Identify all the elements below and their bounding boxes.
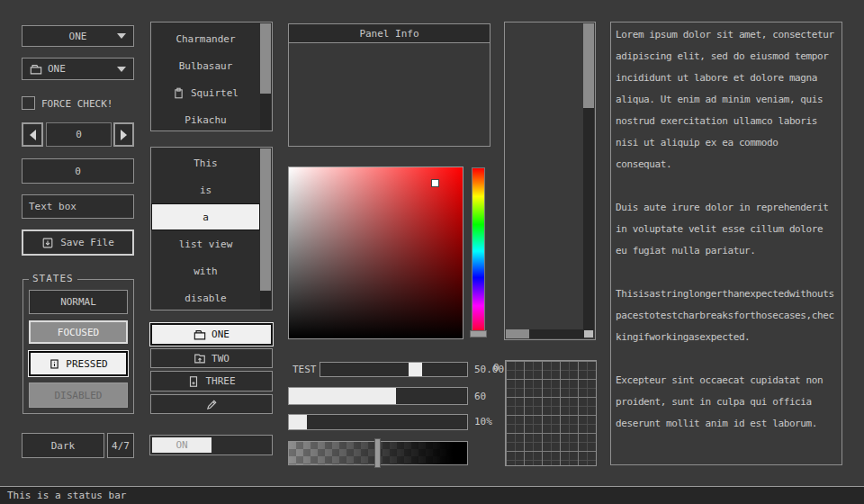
hue-slider-thumb[interactable]: [470, 330, 487, 338]
save-file-button[interactable]: Save File: [22, 230, 134, 256]
test-slider-label: TEST: [292, 364, 317, 375]
paragraph: Lorem ipsum dolor sit amet, consectetur …: [616, 24, 837, 176]
number-field-value: 0: [75, 166, 81, 177]
force-checkbox[interactable]: [22, 96, 35, 110]
on-off-toggle[interactable]: ON: [149, 435, 273, 455]
text-box-input[interactable]: Text box: [22, 194, 134, 219]
list-item[interactable]: Bulbasaur: [151, 52, 260, 79]
focused-state-button[interactable]: FOCUSED: [29, 320, 128, 344]
scrollbar-thumb[interactable]: [260, 23, 271, 94]
scrollbar-thumb[interactable]: [260, 148, 271, 291]
scroll-panel-hscrollbar[interactable]: [506, 329, 584, 338]
force-checkbox-label: FORCE CHECK!: [41, 98, 112, 110]
spinner-value-field[interactable]: 0: [46, 122, 112, 147]
file-button-label: THREE: [205, 375, 235, 387]
states-group-title: STATES: [29, 273, 77, 284]
list-item-label: a: [202, 212, 209, 223]
spinner-increment-button[interactable]: [113, 122, 134, 147]
hue-slider[interactable]: [472, 167, 485, 335]
paragraph: Duis aute irure dolor in reprehenderit i…: [616, 197, 837, 262]
color-marker[interactable]: [431, 179, 439, 187]
toggle-label: ON: [176, 439, 187, 451]
filled-slider-fill: [289, 388, 396, 404]
test-slider-value: 50.00: [474, 364, 504, 375]
chevron-down-icon: [117, 67, 126, 72]
arrow-right-icon: [121, 130, 127, 140]
info-panel-titlebar: Panel Info: [289, 24, 490, 43]
dropdown-plain[interactable]: ONE: [22, 25, 134, 47]
save-icon: [41, 237, 54, 249]
save-file-label: Save File: [60, 237, 114, 248]
pressed-state-button[interactable]: PRESSED: [29, 351, 128, 376]
grid-plot-panel: [505, 360, 597, 466]
counter-button[interactable]: 4/7: [107, 433, 134, 458]
pencil-icon: [205, 398, 219, 411]
list-item-label: This: [194, 158, 218, 169]
list-item-selected[interactable]: a: [151, 203, 260, 230]
file-button-two[interactable]: TWO: [150, 348, 273, 368]
clipboard-icon: [173, 87, 184, 99]
list-item-label: Bulbasaur: [179, 60, 233, 72]
disabled-state-label: DISABLED: [55, 390, 103, 401]
list-item[interactable]: Pikachu: [151, 106, 260, 133]
info-panel-title: Panel Info: [359, 28, 418, 40]
theme-button[interactable]: Dark: [22, 433, 104, 458]
demo-list-scrollbar[interactable]: [260, 148, 271, 309]
spinner-decrement-button[interactable]: [22, 122, 43, 147]
list-item-label: with: [194, 266, 218, 277]
normal-state-button[interactable]: NORMAL: [29, 290, 128, 314]
alpha-slider[interactable]: [288, 441, 468, 465]
list-item[interactable]: is: [151, 176, 260, 203]
dropdown-plain-value: ONE: [69, 31, 87, 42]
demo-list: This is a list view with disable: [150, 147, 273, 310]
list-item[interactable]: disable: [151, 284, 260, 311]
edit-button[interactable]: [150, 394, 273, 414]
folder-up-icon: [194, 352, 206, 364]
pokemon-list: Charmander Bulbasaur Squirtel Pikachu: [150, 22, 273, 131]
test-slider[interactable]: [320, 362, 468, 377]
scrollbar-thumb[interactable]: [506, 329, 529, 338]
saturation-value-picker[interactable]: [288, 166, 464, 339]
scrollbar-thumb[interactable]: [583, 23, 594, 108]
list-item[interactable]: with: [151, 257, 260, 284]
folder-icon: [194, 328, 206, 341]
arrow-left-icon: [30, 130, 36, 140]
list-item-label: Charmander: [176, 33, 235, 45]
paragraph: Excepteur sint occaecat cupidatat non pr…: [616, 370, 837, 435]
scrollbar-corner[interactable]: [584, 330, 593, 338]
focused-state-label: FOCUSED: [58, 327, 99, 338]
alpha-slider-thumb[interactable]: [374, 438, 381, 468]
chevron-down-icon: [117, 33, 126, 39]
file-button-three[interactable]: THREE: [150, 371, 273, 392]
list-item-label: disable: [184, 292, 226, 304]
dropdown-icon[interactable]: ONE: [22, 58, 134, 80]
scroll-panel-vscrollbar[interactable]: [583, 23, 594, 330]
toggle-knob[interactable]: ON: [152, 437, 212, 453]
test-slider-thumb[interactable]: [409, 363, 422, 376]
list-item[interactable]: list view: [151, 230, 260, 257]
file-button-label: ONE: [212, 328, 230, 340]
status-bar-text: This is a status bar: [7, 490, 126, 501]
filled-slider-value: 60: [474, 391, 486, 402]
list-item[interactable]: Squirtel: [151, 79, 260, 106]
grid-axis-label: 0: [493, 362, 500, 374]
list-item-label: Pikachu: [184, 114, 226, 126]
list-item[interactable]: Charmander: [151, 25, 260, 52]
disabled-state-button: DISABLED: [29, 382, 128, 408]
percent-slider-value: 10%: [474, 416, 492, 428]
list-item-label: list view: [179, 238, 233, 250]
list-item[interactable]: This: [151, 149, 260, 176]
file-button-one[interactable]: ONE: [150, 323, 273, 346]
counter-button-label: 4/7: [112, 440, 130, 452]
spinner-value: 0: [76, 129, 82, 140]
widget-demo-screen: ONE ONE FORCE CHECK! 0 0 Text box Save F…: [0, 0, 864, 504]
normal-state-label: NORMAL: [60, 296, 96, 308]
percent-slider-fill: [289, 415, 307, 429]
filled-slider[interactable]: [288, 387, 468, 405]
list-item-label: Squirtel: [191, 87, 238, 99]
paragraph: Thisisastringlongerthanexpectedwithoutsp…: [616, 284, 837, 348]
percent-slider[interactable]: [288, 414, 468, 430]
pokemon-list-scrollbar[interactable]: [260, 23, 271, 130]
theme-button-label: Dark: [51, 440, 76, 452]
number-field[interactable]: 0: [22, 158, 134, 184]
